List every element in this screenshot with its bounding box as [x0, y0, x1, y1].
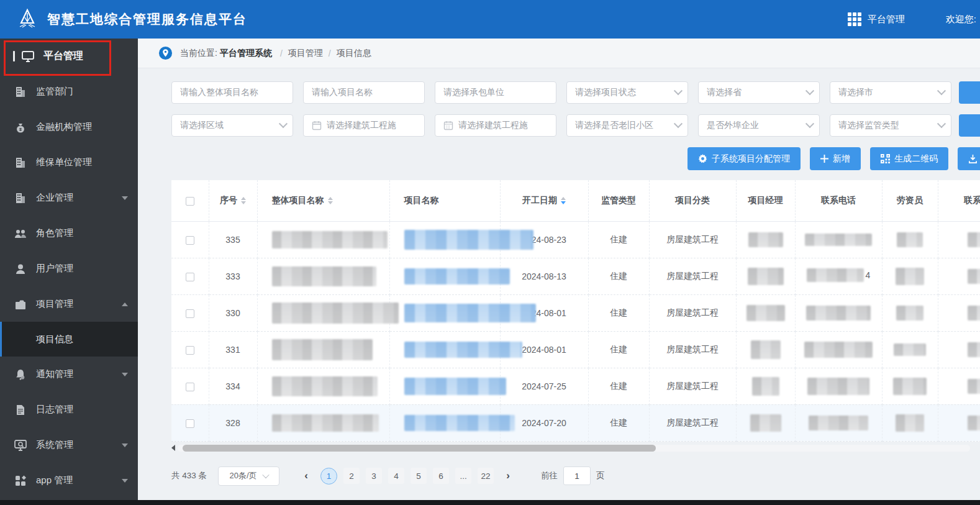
filter-row-1: 请输入整体项目名称 请输入项目名称 请选择承包单位 请选择项目状态 请选择省 请… — [171, 81, 980, 104]
page-button-3[interactable]: 3 — [366, 468, 382, 484]
redacted-project-name-link[interactable] — [404, 230, 533, 250]
city-select[interactable]: 请选择市 — [830, 81, 951, 104]
table-row[interactable]: 333 2024-08-13 住建 房屋建筑工程 4 — [171, 258, 980, 294]
column-header-overall-name[interactable]: 整体项目名称 — [257, 180, 389, 221]
redacted-labor-officer — [893, 378, 927, 395]
main-content: 当前位置: 平台管理系统 / 项目管理 / 项目信息 请输入整体项目名称 请输入… — [138, 39, 980, 505]
sidebar-item-role-management[interactable]: 角色管理 — [0, 216, 138, 251]
column-header-seq[interactable]: 序号 — [209, 180, 257, 221]
sidebar-item-user-management[interactable]: 用户管理 — [0, 251, 138, 286]
redacted-project-name-link[interactable] — [404, 415, 515, 431]
seq-cell: 328 — [209, 404, 257, 441]
page-size-select[interactable]: 20条/页 — [218, 466, 279, 486]
page-button-2[interactable]: 2 — [343, 468, 360, 484]
old-community-select[interactable]: 请选择是否老旧小区 — [566, 114, 688, 137]
foreign-enterprise-select[interactable]: 是否外埠企业 — [698, 114, 820, 137]
redacted-project-name-link[interactable] — [404, 304, 536, 322]
redacted-project-name-link[interactable] — [404, 268, 510, 284]
contractor-input[interactable]: 请选择承包单位 — [435, 81, 556, 104]
redacted-phone — [805, 234, 872, 246]
next-page-button[interactable]: › — [500, 468, 516, 484]
app-logo-icon — [16, 8, 39, 30]
supervision-type-select[interactable]: 请选择监管类型 — [830, 114, 951, 137]
row-checkbox[interactable] — [186, 383, 194, 391]
sidebar-item-app-management[interactable]: app 管理 — [0, 463, 138, 498]
breadcrumb-level2[interactable]: 项目信息 — [337, 48, 371, 59]
add-button[interactable]: 新增 — [810, 147, 861, 170]
roles-people-icon — [13, 227, 28, 240]
row-checkbox[interactable] — [186, 419, 194, 428]
sort-icon-active[interactable] — [561, 197, 566, 204]
sidebar-item-log-management[interactable]: 日志管理 — [0, 392, 138, 427]
row-checkbox[interactable] — [186, 309, 194, 318]
sidebar-item-label: 企业管理 — [36, 192, 73, 204]
phone-visible-digit: 4 — [866, 270, 871, 280]
download-icon — [968, 154, 978, 163]
overall-project-name-input[interactable]: 请输入整体项目名称 — [171, 81, 293, 104]
province-select[interactable]: 请选择省 — [698, 81, 820, 104]
row-checkbox[interactable] — [186, 346, 194, 355]
sidebar-item-project-management[interactable]: 项目管理 — [0, 286, 138, 322]
page-button-1[interactable]: 1 — [320, 468, 337, 485]
row-checkbox[interactable] — [186, 236, 194, 245]
scroll-left-arrow-icon[interactable] — [171, 445, 175, 451]
page-button-22[interactable]: 22 — [478, 468, 494, 484]
page-button-5[interactable]: 5 — [411, 468, 427, 484]
breadcrumb-level1[interactable]: 项目管理 — [288, 48, 323, 59]
select-all-checkbox[interactable] — [186, 197, 194, 206]
reset-button[interactable] — [959, 114, 980, 137]
generate-qrcode-button[interactable]: 生成二维码 — [870, 147, 948, 170]
construction-end-date-picker[interactable]: 请选择建筑工程施 — [435, 114, 556, 137]
supervision-type-cell: 住建 — [588, 404, 649, 441]
page-button-4[interactable]: 4 — [388, 468, 404, 484]
column-header-start-date[interactable]: 开工日期 — [500, 180, 588, 221]
project-name-input[interactable]: 请输入项目名称 — [303, 81, 425, 104]
redacted-project-name-link[interactable] — [404, 342, 522, 358]
sidebar-item-system-management[interactable]: 系统管理 — [0, 427, 138, 463]
breadcrumb: 当前位置: 平台管理系统 / 项目管理 / 项目信息 — [138, 39, 980, 68]
download-button[interactable]: 下载 — [958, 147, 980, 170]
page-ellipsis[interactable]: ... — [455, 468, 471, 484]
table-row[interactable]: 328 2024-07-20 住建 房屋建筑工程 — [171, 404, 980, 441]
table-row[interactable]: 331 2024-08-01 住建 房屋建筑工程 — [171, 331, 980, 368]
jump-page-input[interactable] — [563, 466, 591, 485]
chevron-down-icon — [122, 373, 128, 376]
table-row[interactable]: 330 2024-08-01 住建 房屋建筑工程 — [171, 294, 980, 331]
subsystem-assign-button[interactable]: 子系统项目分配管理 — [687, 147, 801, 170]
sidebar-subitem-project-info[interactable]: 项目信息 — [0, 322, 138, 357]
sidebar-item-platform-management[interactable]: 平台管理 — [0, 39, 138, 74]
start-date-cell: 2024-08-13 — [500, 258, 588, 294]
redacted-overall-name — [272, 266, 376, 286]
table-row[interactable]: 334 2024-07-25 住建 房屋建筑工程 — [171, 368, 980, 404]
enterprise-building-icon — [13, 192, 28, 204]
platform-grid-icon[interactable] — [847, 12, 862, 27]
scrollbar-thumb[interactable] — [183, 445, 656, 452]
sidebar-item-maintenance-unit[interactable]: 维保单位管理 — [0, 145, 138, 180]
search-button[interactable] — [959, 81, 980, 104]
prev-page-button[interactable]: ‹ — [298, 468, 314, 484]
placeholder-text: 请选择项目状态 — [575, 87, 674, 98]
table-row[interactable]: 335 2024-08-23 住建 房屋建筑工程 — [171, 221, 980, 258]
breadcrumb-root[interactable]: 平台管理系统 — [220, 48, 272, 59]
calendar-icon — [312, 121, 322, 130]
sidebar-item-notification-management[interactable]: 通知管理 — [0, 357, 138, 392]
scrollbar-track[interactable] — [178, 445, 970, 452]
sidebar-item-financial-institution[interactable]: 金融机构管理 — [0, 109, 138, 145]
project-status-select[interactable]: 请选择项目状态 — [566, 81, 688, 104]
row-checkbox[interactable] — [186, 273, 194, 281]
sidebar-item-supervision-department[interactable]: 监管部门 — [0, 74, 138, 109]
construction-start-date-picker[interactable]: 请选择建筑工程施 — [303, 114, 425, 137]
page-button-6[interactable]: 6 — [433, 468, 449, 484]
redacted-project-name-link[interactable] — [404, 378, 506, 395]
region-select[interactable]: 请选择区域 — [171, 114, 293, 137]
platform-switcher[interactable]: 平台管理 — [868, 14, 905, 25]
projects-table: 序号 整体项目名称 项目名称 开工日期 监管类型 项目分类 项目经理 联系电话 … — [171, 180, 980, 442]
sort-icon[interactable] — [328, 197, 333, 204]
sidebar-item-label: app 管理 — [36, 475, 73, 486]
sort-icon[interactable] — [241, 197, 246, 204]
sidebar-item-enterprise-management[interactable]: 企业管理 — [0, 180, 138, 216]
column-header-phone: 联系电话 — [795, 180, 882, 221]
user-icon — [13, 263, 28, 275]
monitor-icon — [20, 50, 35, 63]
project-folder-icon — [13, 298, 28, 311]
